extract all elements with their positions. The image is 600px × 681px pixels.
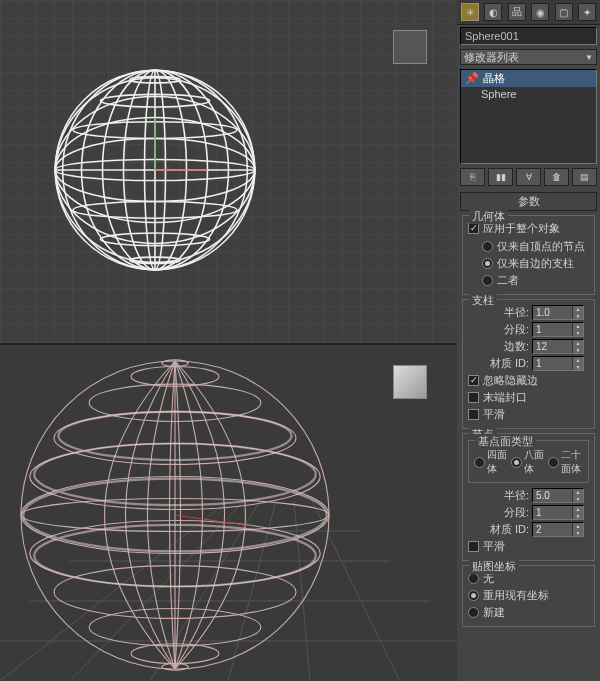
strut-smooth-label: 平滑: [483, 407, 505, 422]
both-radio[interactable]: [482, 275, 493, 286]
stack-toolbar: ⎘ ▮▮ ∀ 🗑 ▤: [460, 168, 597, 186]
tab-display-icon[interactable]: ▢: [555, 3, 573, 21]
make-unique-button[interactable]: ∀: [516, 168, 541, 186]
group-base-type: 基点面类型 四面体 八面体 二十面体: [468, 440, 589, 483]
octa-radio[interactable]: [511, 457, 522, 468]
group-legend: 几何体: [469, 209, 508, 224]
tab-modify-icon[interactable]: ◐: [484, 3, 502, 21]
joint-segments-label: 分段:: [484, 505, 529, 520]
tab-hierarchy-icon[interactable]: 品: [508, 3, 526, 21]
group-legend: 支柱: [469, 293, 497, 308]
map-reuse-radio[interactable]: [468, 590, 479, 601]
stack-item-label: Sphere: [481, 88, 516, 100]
hide-hidden-checkbox[interactable]: ✓: [468, 375, 479, 386]
group-geometry: 几何体 ✓ 应用于整个对象 仅来自顶点的节点 仅来自边的支柱 二者: [462, 215, 595, 295]
joint-radius-label: 半径:: [484, 488, 529, 503]
viewport-perspective[interactable]: [0, 345, 457, 681]
group-legend: 基点面类型: [475, 434, 536, 449]
icosa-radio[interactable]: [548, 457, 559, 468]
strut-sides-spinner[interactable]: 12▲▼: [532, 339, 584, 354]
stack-item-label: 晶格: [483, 71, 505, 86]
object-name-field[interactable]: Sphere001: [460, 27, 597, 45]
map-new-radio[interactable]: [468, 607, 479, 618]
group-legend: 贴图坐标: [469, 559, 519, 574]
map-reuse-label: 重用现有坐标: [483, 588, 549, 603]
configure-sets-button[interactable]: ▤: [572, 168, 597, 186]
strut-smooth-checkbox[interactable]: [468, 409, 479, 420]
sphere-object-top[interactable]: [50, 65, 260, 275]
tab-create-icon[interactable]: ✳: [461, 3, 479, 21]
group-mapping: 贴图坐标 无 重用现有坐标 新建: [462, 565, 595, 627]
remove-modifier-button[interactable]: 🗑: [544, 168, 569, 186]
icosa-label: 二十面体: [561, 448, 583, 476]
tetra-radio[interactable]: [474, 457, 485, 468]
joint-segments-spinner[interactable]: 1▲▼: [532, 505, 584, 520]
cap-ends-label: 末端封口: [483, 390, 527, 405]
viewport-top[interactable]: [0, 0, 457, 345]
stack-item-lattice[interactable]: 📌 晶格: [461, 70, 596, 87]
pin-icon: 📌: [465, 72, 479, 85]
modifier-stack[interactable]: 📌 晶格 Sphere: [460, 69, 597, 164]
group-struts: 支柱 半径:1.0▲▼ 分段:1▲▼ 边数:12▲▼ 材质 ID:1▲▼ ✓忽略…: [462, 299, 595, 429]
chevron-down-icon: ▼: [585, 53, 593, 62]
map-none-radio[interactable]: [468, 573, 479, 584]
show-end-result-button[interactable]: ▮▮: [488, 168, 513, 186]
joint-smooth-checkbox[interactable]: [468, 541, 479, 552]
joint-mat-label: 材质 ID:: [484, 522, 529, 537]
stack-item-sphere[interactable]: Sphere: [461, 87, 596, 101]
strut-segments-label: 分段:: [484, 322, 529, 337]
strut-sides-label: 边数:: [484, 339, 529, 354]
strut-mat-label: 材质 ID:: [484, 356, 529, 371]
octa-label: 八面体: [524, 448, 546, 476]
hide-hidden-label: 忽略隐藏边: [483, 373, 538, 388]
tab-utilities-icon[interactable]: ✦: [578, 3, 596, 21]
modifier-list-dropdown[interactable]: 修改器列表 ▼: [460, 49, 597, 65]
strut-mat-spinner[interactable]: 1▲▼: [532, 356, 584, 371]
apply-whole-checkbox[interactable]: ✓: [468, 223, 479, 234]
from-vertex-radio[interactable]: [482, 241, 493, 252]
from-edge-radio[interactable]: [482, 258, 493, 269]
group-joints: 节点 基点面类型 四面体 八面体 二十面体 半径:5.0▲▼ 分段:1▲▼ 材质…: [462, 433, 595, 561]
pin-stack-button[interactable]: ⎘: [460, 168, 485, 186]
strut-segments-spinner[interactable]: 1▲▼: [532, 322, 584, 337]
modifier-list-label: 修改器列表: [464, 50, 585, 65]
command-panel-tabs: ✳ ◐ 品 ◉ ▢ ✦: [457, 0, 600, 25]
strut-radius-spinner[interactable]: 1.0▲▼: [532, 305, 584, 320]
joint-smooth-label: 平滑: [483, 539, 505, 554]
viewport-area: [0, 0, 457, 681]
from-vertex-label: 仅来自顶点的节点: [497, 239, 585, 254]
map-new-label: 新建: [483, 605, 505, 620]
joint-radius-spinner[interactable]: 5.0▲▼: [532, 488, 584, 503]
joint-mat-spinner[interactable]: 2▲▼: [532, 522, 584, 537]
both-label: 二者: [497, 273, 519, 288]
from-edge-label: 仅来自边的支柱: [497, 256, 574, 271]
view-cube-perspective[interactable]: [393, 365, 427, 399]
sphere-object-perspective[interactable]: [10, 350, 340, 681]
command-panel: ✳ ◐ 品 ◉ ▢ ✦ Sphere001 修改器列表 ▼ 📌 晶格 Spher…: [457, 0, 600, 681]
view-cube-top[interactable]: [393, 30, 427, 64]
tab-motion-icon[interactable]: ◉: [531, 3, 549, 21]
tetra-label: 四面体: [487, 448, 509, 476]
cap-ends-checkbox[interactable]: [468, 392, 479, 403]
